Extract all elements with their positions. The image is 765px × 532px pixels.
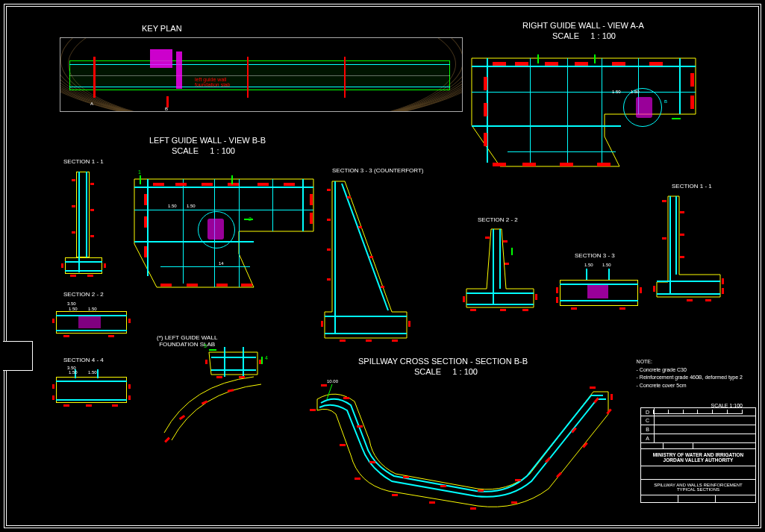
- tb-spacer: [640, 466, 756, 480]
- centerline: [69, 75, 450, 76]
- right-wall-title: RIGHT GUIDE WALL - VIEW A-A: [522, 21, 644, 30]
- cyan-line: [69, 87, 450, 87]
- marker: 2: [249, 216, 252, 222]
- org-title: MINISTRY OF WATER AND IRRIGATION JORDAN …: [640, 449, 756, 466]
- cyan-line: [69, 64, 450, 65]
- section-1-1-label: SECTION 1 - 1: [672, 183, 712, 190]
- sheet-notch: [3, 341, 33, 371]
- section-cut: [166, 96, 169, 107]
- dim: 1.50: [88, 307, 97, 311]
- dim: 1.50: [187, 204, 196, 208]
- key-plan-viewport: left guide wall foundation slab A B: [60, 37, 463, 112]
- spillway-cross-section: 10.00: [299, 373, 627, 519]
- spillway-title: SPILLWAY CROSS SECTION - SECTION B-B: [358, 357, 528, 366]
- note-line: - Concrete cover 5cm: [637, 382, 743, 390]
- left-section-4-4: 3.50 1.50 1.50: [52, 366, 133, 414]
- notes-block: NOTE: - Concrete grade C30 - Reinforceme…: [637, 358, 743, 389]
- marker: 4: [265, 355, 268, 360]
- rev-cell: A: [641, 434, 655, 442]
- right-section-3-3: 1.50 1.50: [556, 261, 642, 313]
- right-wall-scale: SCALE 1 : 100: [552, 31, 616, 40]
- keyplan-annotation: left guide wall foundation slab: [195, 77, 230, 87]
- svg-line-5: [342, 184, 388, 310]
- dim: 1.50: [631, 90, 640, 94]
- note-line: - Concrete grade C30: [637, 366, 743, 375]
- svg-marker-0: [472, 58, 696, 166]
- left-foundation-slab: 3 4: [153, 343, 280, 444]
- right-wall-view: 1.50 1.50 B: [463, 51, 702, 185]
- note-heading: NOTE:: [637, 358, 743, 366]
- rev-cell: D: [641, 408, 655, 416]
- dim: 1.50: [88, 370, 97, 375]
- section-4-4-left-label: SECTION 4 - 4: [63, 357, 104, 363]
- left-wall-scale: SCALE 1 : 100: [172, 146, 235, 155]
- section-2-2-label: SECTION 2 - 2: [478, 216, 518, 223]
- dim: 1.50: [602, 263, 611, 267]
- section-3-3-cf-label: SECTION 3 - 3 (COUNTERFORT): [332, 167, 424, 174]
- dim: 1.50: [69, 370, 78, 375]
- org-line: JORDAN VALLEY AUTHORITY: [643, 457, 754, 463]
- rev-cell: C: [641, 416, 655, 425]
- key-plan-title: KEY PLAN: [142, 24, 182, 33]
- dim: 10.00: [327, 379, 338, 384]
- dim: 1.50: [69, 307, 78, 311]
- section-1-1-left-label: SECTION 1 - 1: [63, 158, 104, 165]
- sheet-title-line: TYPICAL SECTIONS: [643, 487, 754, 492]
- marker-a: A: [90, 101, 93, 106]
- marker-b: B: [165, 107, 168, 111]
- right-section-2-2: [463, 225, 537, 315]
- left-wall-title: LEFT GUIDE WALL - VIEW B-B: [149, 136, 266, 145]
- note-line: - Reinforcement grade 460B, deformed typ…: [637, 374, 743, 382]
- section-2-2-left-label: SECTION 2 - 2: [63, 291, 104, 298]
- section-3-3-counterfort: [321, 178, 410, 349]
- dim: 3.50: [67, 301, 76, 306]
- rev-cell: B: [641, 425, 655, 434]
- marker: 3: [204, 343, 207, 348]
- left-section-1-1: [61, 168, 106, 280]
- section-cut: [247, 57, 249, 98]
- section-cut: [344, 57, 346, 98]
- section-cut: [93, 57, 96, 98]
- section-3-3-label: SECTION 3 - 3: [575, 252, 615, 259]
- org-line: MINISTRY OF WATER AND IRRIGATION: [643, 452, 754, 457]
- dim: 1.50: [612, 90, 621, 94]
- dim: 1.50: [168, 204, 177, 208]
- structure: [176, 51, 182, 89]
- left-section-2-2: 3.50 1.50 1.50: [52, 300, 131, 341]
- marker: B: [664, 99, 667, 104]
- left-wall-view: 1.50 1.50 2 1 14: [131, 175, 317, 295]
- title-block: D C B A MINISTRY OF WATER AND IRRIGATION…: [640, 407, 756, 523]
- structure: [150, 49, 172, 68]
- marker: 1: [138, 169, 141, 175]
- sheet-title: SPILLWAY AND WALLS REINFORCEMENT TYPICAL…: [640, 480, 756, 495]
- dim: 1.50: [584, 263, 593, 267]
- right-section-1-1: [653, 193, 724, 312]
- dim: 14: [219, 261, 224, 266]
